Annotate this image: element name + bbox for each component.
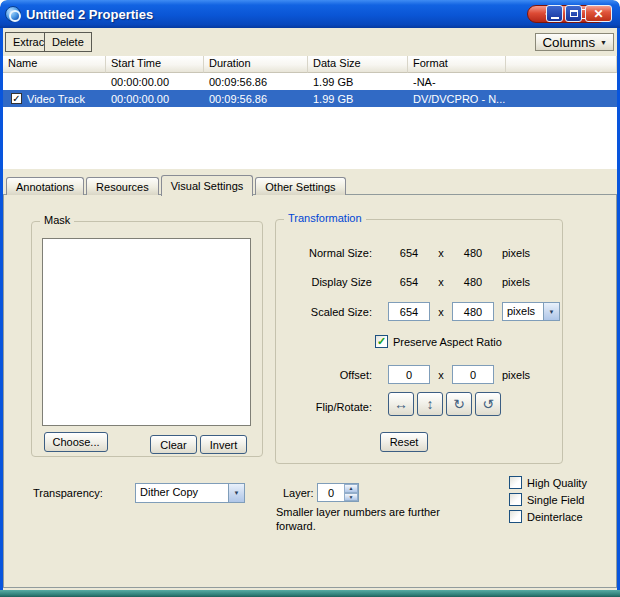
spin-up-icon[interactable]: ▲ (344, 484, 358, 493)
transparency-label: Transparency: (33, 487, 103, 499)
row-format: -NA- (408, 76, 506, 88)
check-icon: ✓ (377, 336, 386, 347)
table-row[interactable]: 00:00:00.00 00:09:56.86 1.99 GB -NA- (3, 73, 617, 90)
window-border-left (0, 28, 3, 590)
quicktime-icon (5, 6, 21, 22)
layer-stepper-buttons: ▲ ▼ (344, 484, 358, 501)
high-quality-label: High Quality (527, 477, 587, 489)
row-data-size: 1.99 GB (308, 76, 408, 88)
close-icon: ✕ (593, 7, 603, 21)
mask-group-title: Mask (40, 214, 74, 226)
chevron-down-icon: ▼ (600, 39, 607, 46)
titlebar[interactable]: Untitled 2 Properties ✕ (0, 0, 620, 28)
normal-size-x: x (430, 247, 452, 259)
checkbox-box (509, 510, 522, 523)
offset-x-separator: x (430, 369, 452, 381)
checkbox-box (509, 476, 522, 489)
checkbox-box: ✓ (375, 335, 388, 348)
column-header-format[interactable]: Format (408, 56, 506, 73)
flip-vertical-button[interactable]: ↕ (417, 392, 443, 416)
preserve-aspect-label: Preserve Aspect Ratio (393, 336, 502, 348)
track-list: Name Start Time Duration Data Size Forma… (3, 56, 617, 169)
flip-vertical-icon: ↕ (427, 396, 434, 412)
layer-stepper[interactable]: 0 ▲ ▼ (317, 483, 359, 502)
clear-button[interactable]: Clear (150, 435, 197, 454)
layer-label: Layer: (283, 487, 314, 499)
scaled-size-label: Scaled Size: (282, 306, 372, 318)
rotate-counterclockwise-button[interactable]: ↺ (475, 392, 501, 416)
tab-annotations[interactable]: Annotations (6, 177, 84, 195)
mask-group: Mask Choose... Clear Invert (31, 221, 263, 457)
normal-size-height: 480 (452, 247, 494, 259)
tab-resources[interactable]: Resources (86, 177, 159, 195)
transparency-dropdown[interactable]: Dither Copy ▼ (135, 483, 245, 503)
transformation-group: Transformation Normal Size: 654 x 480 pi… (275, 219, 563, 464)
column-header-name[interactable]: Name (3, 56, 106, 73)
scaled-units-dropdown[interactable]: pixels ▼ (502, 302, 560, 321)
extract-button-label: Extract (13, 36, 47, 48)
invert-button[interactable]: Invert (200, 435, 247, 454)
normal-size-row: Normal Size: 654 x 480 pixels (282, 247, 558, 259)
row-name-label: Video Track (27, 93, 85, 105)
display-size-label: Display Size (282, 276, 372, 288)
row-duration: 00:09:56.86 (204, 76, 308, 88)
column-header-duration[interactable]: Duration (204, 56, 308, 73)
deinterlace-checkbox[interactable]: Deinterlace (509, 510, 583, 523)
row-duration: 00:09:56.86 (204, 93, 308, 105)
properties-window: Untitled 2 Properties ✕ Extract Delete C… (0, 0, 620, 597)
window-title: Untitled 2 Properties (26, 7, 153, 22)
visual-settings-panel: Mask Choose... Clear Invert Transformati… (3, 194, 617, 588)
deinterlace-label: Deinterlace (527, 511, 583, 523)
spin-down-icon[interactable]: ▼ (344, 493, 358, 502)
display-size-width: 654 (388, 276, 430, 288)
reset-button[interactable]: Reset (380, 432, 428, 452)
normal-size-width: 654 (388, 247, 430, 259)
row-start-time: 00:00:00.00 (106, 76, 204, 88)
layer-note: Smaller layer numbers are further forwar… (276, 505, 461, 533)
offset-y-input[interactable] (452, 365, 494, 384)
transformation-group-title: Transformation (284, 212, 366, 224)
table-row[interactable]: ✓ Video Track 00:00:00.00 00:09:56.86 1.… (3, 90, 617, 107)
maximize-icon (570, 10, 578, 17)
row-start-time: 00:00:00.00 (106, 93, 204, 105)
rotate-clockwise-button[interactable]: ↻ (446, 392, 472, 416)
preserve-aspect-checkbox[interactable]: ✓ Preserve Aspect Ratio (375, 335, 502, 348)
flip-rotate-row: Flip/Rotate: ↔ ↕ ↻ ↺ (282, 392, 558, 416)
mask-preview (42, 238, 251, 426)
rotate-clockwise-icon: ↻ (453, 396, 465, 412)
tab-strip: Annotations Resources Visual Settings Ot… (6, 174, 348, 195)
columns-button-label: Columns (542, 35, 595, 50)
tab-visual-settings-label: Visual Settings (171, 180, 244, 192)
normal-size-units: pixels (502, 247, 530, 259)
flip-rotate-label: Flip/Rotate: (282, 395, 372, 413)
tab-other-settings[interactable]: Other Settings (255, 177, 345, 195)
scaled-size-row: Scaled Size: x pixels ▼ (282, 302, 558, 321)
column-header-start-time[interactable]: Start Time (106, 56, 204, 73)
delete-button-label: Delete (52, 36, 84, 48)
track-enabled-checkbox[interactable]: ✓ (11, 93, 22, 104)
high-quality-checkbox[interactable]: High Quality (509, 476, 587, 489)
minimize-icon (551, 17, 559, 19)
flip-horizontal-button[interactable]: ↔ (388, 392, 414, 416)
tab-visual-settings[interactable]: Visual Settings (161, 175, 254, 196)
layer-value: 0 (318, 484, 344, 501)
normal-size-label: Normal Size: (282, 247, 372, 259)
row-format: DV/DVCPRO - N... (408, 93, 506, 105)
maximize-button[interactable] (565, 5, 582, 22)
check-icon: ✓ (12, 94, 20, 104)
tab-annotations-label: Annotations (16, 181, 74, 193)
column-header-data-size[interactable]: Data Size (308, 56, 408, 73)
chevron-down-icon[interactable]: ▼ (543, 303, 559, 320)
minimize-button[interactable] (546, 5, 563, 22)
column-header-empty[interactable] (506, 56, 617, 73)
close-button[interactable]: ✕ (585, 5, 612, 22)
scaled-size-x: x (430, 306, 452, 318)
scaled-height-input[interactable] (452, 302, 494, 321)
choose-button[interactable]: Choose... (44, 432, 108, 452)
scaled-width-input[interactable] (388, 302, 430, 321)
single-field-checkbox[interactable]: Single Field (509, 493, 584, 506)
delete-button[interactable]: Delete (44, 32, 92, 52)
columns-button[interactable]: Columns ▼ (535, 33, 614, 51)
chevron-down-icon[interactable]: ▼ (228, 484, 244, 502)
offset-x-input[interactable] (388, 365, 430, 384)
